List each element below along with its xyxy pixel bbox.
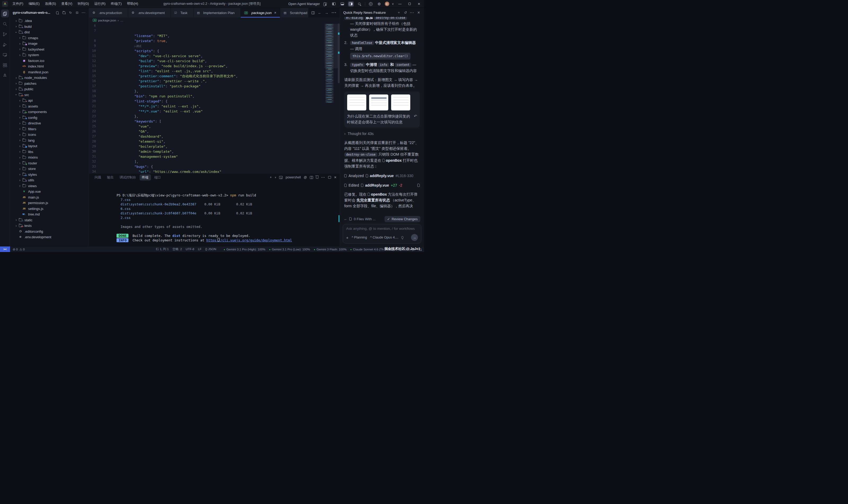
- tree-item[interactable]: JS settings.js: [10, 206, 89, 212]
- editor-tab[interactable]: .env.production: [89, 8, 128, 17]
- tree-item[interactable]: store: [10, 166, 89, 172]
- attach-icon[interactable]: +: [346, 235, 349, 240]
- terminal-output[interactable]: PS D:\项目\乐福翔pc端\view-pc\gyro-craftsman-w…: [89, 181, 340, 246]
- search-sidebar-icon[interactable]: [1, 20, 9, 28]
- menu-item[interactable]: 选择(S): [43, 1, 58, 7]
- tree-item[interactable]: M↓ tree.md: [10, 212, 89, 217]
- split-editor-icon[interactable]: [312, 12, 315, 14]
- shell-label[interactable]: powershell: [285, 176, 301, 179]
- model-quota[interactable]: Gemini 3 Flash: 100%: [314, 248, 347, 251]
- screenshot-thumbnail[interactable]: [347, 94, 367, 111]
- microphone-icon[interactable]: [402, 236, 403, 239]
- tree-item[interactable]: .idea: [10, 18, 89, 24]
- code-editor[interactable]: 6 "license": "MIT", 7 "private": true,: [89, 23, 340, 173]
- tree-item[interactable]: directive: [10, 121, 89, 126]
- toggle-right-panel-icon[interactable]: [348, 1, 354, 6]
- tree-item[interactable]: views: [10, 183, 89, 189]
- tree-item[interactable]: ❍ .editorconfig: [10, 229, 89, 235]
- new-terminal-icon[interactable]: +: [270, 176, 272, 179]
- maximize-button[interactable]: [406, 1, 413, 7]
- editor-tab[interactable]: .env.development: [128, 8, 171, 17]
- deploy-rocket-icon[interactable]: [1, 71, 9, 79]
- remote-explorer-icon[interactable]: [1, 51, 9, 59]
- tree-item[interactable]: ∷ static: [10, 217, 89, 223]
- model-quota[interactable]: Gemini 3.1 Pro (High): 100%: [224, 248, 265, 251]
- history-icon[interactable]: ↺: [403, 11, 408, 15]
- user-message-card[interactable]: 为什么现在第二次点击新增快捷回复的时候还是会缓存上一次填写的信息 ↶: [344, 92, 420, 128]
- tree-item[interactable]: ▣ image: [10, 41, 89, 47]
- new-file-icon[interactable]: [55, 10, 59, 15]
- tree-item[interactable]: ✦ utils: [10, 177, 89, 183]
- tree-item[interactable]: {} manifest.json: [10, 69, 89, 75]
- menu-item[interactable]: 帮助(H): [124, 1, 140, 7]
- maximize-panel-icon[interactable]: [328, 176, 331, 179]
- refresh-explorer-icon[interactable]: ↻: [68, 10, 73, 15]
- tree-item[interactable]: filters: [10, 126, 89, 132]
- menu-item[interactable]: 运行(R): [92, 1, 108, 7]
- explorer-icon[interactable]: [1, 10, 9, 17]
- tree-item[interactable]: luckysheet: [10, 47, 89, 52]
- breadcrumb-file[interactable]: package.json: [98, 19, 116, 22]
- tree-item[interactable]: ψ router: [10, 160, 89, 166]
- agent-input-box[interactable]: Ask anything, @ to mention, / for workfl…: [343, 224, 421, 244]
- terminal-dropdown-icon[interactable]: ∨: [275, 176, 277, 179]
- mode-selector[interactable]: ^ Planning: [352, 236, 367, 239]
- analyzed-file-row[interactable]: Analyzed addReply.vue #L316-330: [344, 173, 420, 179]
- menu-item[interactable]: 转到(G): [75, 1, 91, 7]
- tree-item[interactable]: ⚙ .env.development: [10, 234, 89, 240]
- editor-tab[interactable]: Implementation Plan: [194, 8, 241, 17]
- warnings-icon[interactable]: ⚠ 0: [19, 248, 24, 251]
- menu-item[interactable]: 终端(T): [108, 1, 124, 7]
- tree-item[interactable]: lang: [10, 138, 89, 143]
- status-item[interactable]: 空格: 2: [172, 248, 182, 251]
- agent-more-icon[interactable]: ···: [410, 11, 414, 15]
- tree-item[interactable]: libs: [10, 149, 89, 155]
- extensions-icon[interactable]: [1, 61, 9, 69]
- account-chevron-icon[interactable]: ∨: [392, 2, 394, 5]
- editor-tab[interactable]: Task: [171, 8, 194, 17]
- model-quota[interactable]: Claude Sonnet 4.6 (Th: [350, 248, 384, 251]
- new-conversation-icon[interactable]: ＋: [397, 10, 401, 15]
- tree-item[interactable]: ▤ layout: [10, 143, 89, 149]
- editor-tab[interactable]: package.json ✕: [241, 8, 280, 17]
- source-control-icon[interactable]: [1, 30, 9, 38]
- open-agent-manager-button[interactable]: Open Agent Manager: [288, 2, 320, 6]
- new-folder-icon[interactable]: [61, 10, 66, 15]
- panel-tab[interactable]: 问题: [92, 175, 104, 181]
- remote-indicator[interactable]: ><: [0, 247, 10, 252]
- files-changed-label[interactable]: 0 Files With ...: [354, 217, 375, 221]
- tree-item[interactable]: ● api: [10, 98, 89, 104]
- tree-item[interactable]: ⚙ config: [10, 115, 89, 121]
- tree-item[interactable]: V App.vue: [10, 189, 89, 195]
- toggle-left-panel-icon[interactable]: [331, 1, 337, 6]
- tree-item[interactable]: </> components: [10, 109, 89, 115]
- breadcrumb-more[interactable]: …: [120, 19, 123, 22]
- agent-conversation-title[interactable]: Quick Reply News Feature: [343, 11, 386, 15]
- tree-item[interactable]: </> styles: [10, 172, 89, 178]
- model-quota[interactable]: Gemini 3.1 Pro (Low): 100%: [269, 248, 310, 251]
- tree-item[interactable]: mixins: [10, 155, 89, 160]
- screenshot-thumbnail[interactable]: [391, 94, 410, 111]
- close-panel-icon[interactable]: ✕: [334, 176, 337, 179]
- menu-item[interactable]: 查看(V): [59, 1, 75, 7]
- screenshot-thumbnail[interactable]: [369, 94, 389, 111]
- panel-tab[interactable]: 终端: [140, 175, 151, 181]
- project-name[interactable]: gyro-craftsman-web-o...: [13, 11, 50, 15]
- agent-conversation[interactable]: el-dialog 添加 destroy-on-close — 关闭弹窗时销毁所…: [340, 17, 424, 215]
- split-terminal-icon[interactable]: [310, 176, 313, 179]
- nav-back-icon[interactable]: ←: [318, 11, 321, 15]
- tree-item[interactable]: </> tests: [10, 223, 89, 229]
- file-link[interactable]: openBox: [386, 158, 402, 163]
- tree-item[interactable]: cmaps: [10, 35, 89, 41]
- tree-item[interactable]: JS main.js: [10, 195, 89, 200]
- model-selector[interactable]: ^ Claude Opus 4....: [370, 236, 399, 239]
- review-changes-button[interactable]: ✓ Review Changes: [385, 216, 420, 222]
- explorer-more-icon[interactable]: ···: [81, 10, 86, 15]
- tree-item[interactable]: icons: [10, 132, 89, 138]
- editor-scrollbar[interactable]: [338, 23, 340, 173]
- toggle-bottom-panel-icon[interactable]: [339, 1, 345, 6]
- tree-item[interactable]: </> src: [10, 92, 89, 98]
- close-button[interactable]: ✕: [416, 1, 422, 7]
- kill-terminal-icon[interactable]: [316, 176, 318, 179]
- close-agent-panel-icon[interactable]: ✕: [417, 11, 421, 15]
